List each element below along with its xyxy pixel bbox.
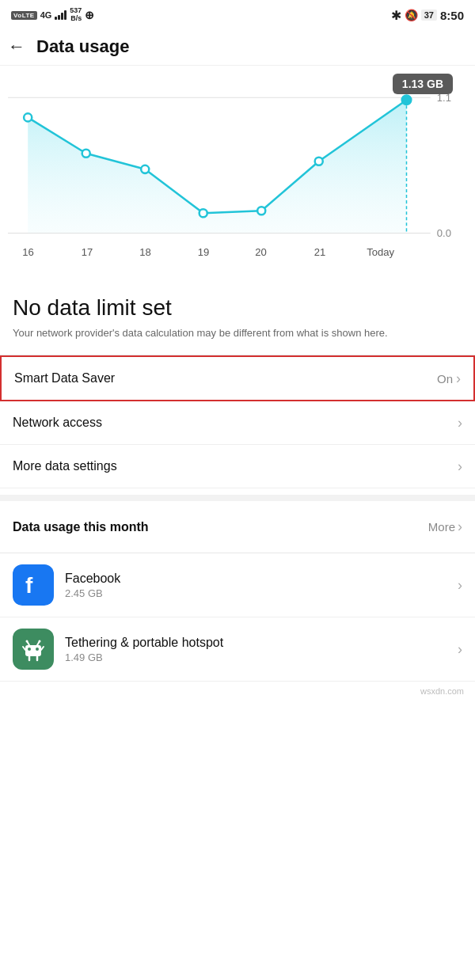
chevron-icon-na: › (458, 416, 462, 430)
svg-line-25 (41, 647, 44, 650)
svg-point-14 (141, 165, 149, 173)
svg-point-28 (26, 640, 28, 643)
smart-data-saver-right: On › (437, 371, 461, 386)
svg-line-24 (23, 647, 25, 650)
data-speed: 537 B/s (70, 7, 82, 23)
svg-text:Today: Today (367, 246, 394, 258)
mute-icon: 🔕 (405, 9, 418, 21)
chart-container: 1.13 GB 1.1 0.0 16 17 18 19 20 21 Today (0, 66, 475, 284)
page-title: Data usage (36, 36, 129, 57)
chart-svg: 1.1 0.0 16 17 18 19 20 21 Today (8, 74, 462, 284)
more-chevron-icon: › (458, 518, 462, 535)
status-bar: VoLTE 4G 537 B/s ⊕ ✱ 🔕 37 8:50 (0, 0, 475, 28)
svg-point-16 (257, 207, 265, 215)
app-list: f Facebook 2.45 GB › (0, 553, 475, 682)
signal-bars (55, 10, 66, 20)
svg-point-12 (24, 113, 32, 121)
smart-data-saver-value: On (437, 372, 453, 386)
svg-text:f: f (25, 573, 33, 598)
thick-divider (0, 495, 475, 501)
monthly-section-header: Data usage this month More › (0, 507, 475, 543)
tethering-chevron-icon: › (458, 641, 462, 658)
tethering-name: Tethering & portable hotspot (65, 636, 458, 650)
info-section: No data limit set Your network provider'… (0, 284, 475, 346)
network-access-label: Network access (13, 416, 102, 430)
tethering-info: Tethering & portable hotspot 1.49 GB (65, 636, 458, 663)
more-button[interactable]: More › (428, 518, 462, 535)
smart-data-saver-row[interactable]: Smart Data Saver On › (0, 355, 475, 401)
more-data-settings-right: › (458, 459, 462, 473)
battery-indicator: 37 (421, 9, 437, 21)
monthly-section-title: Data usage this month (13, 520, 149, 534)
status-time: 8:50 (440, 9, 464, 22)
svg-point-23 (36, 648, 39, 651)
no-limit-title: No data limit set (13, 295, 462, 321)
status-right: ✱ 🔕 37 8:50 (391, 8, 464, 23)
settings-list: Smart Data Saver On › Network access › M… (0, 355, 475, 488)
chevron-icon-mds: › (458, 459, 462, 473)
svg-point-17 (315, 158, 323, 165)
tethering-icon (13, 629, 54, 670)
svg-text:21: 21 (314, 246, 326, 258)
charge-icon: ⊕ (85, 9, 94, 21)
svg-text:0.0: 0.0 (437, 227, 451, 239)
back-button[interactable]: ← (8, 38, 25, 55)
facebook-usage: 2.45 GB (65, 587, 458, 599)
chart-tooltip: 1.13 GB (393, 74, 453, 94)
svg-text:20: 20 (255, 246, 267, 258)
volte-badge: VoLTE (11, 11, 37, 20)
more-data-settings-row[interactable]: More data settings › (0, 445, 475, 488)
top-bar: ← Data usage (0, 28, 475, 66)
status-left: VoLTE 4G 537 B/s ⊕ (11, 7, 94, 23)
svg-text:16: 16 (22, 246, 34, 258)
svg-point-29 (39, 640, 41, 643)
svg-point-22 (28, 648, 31, 651)
network-access-right: › (458, 416, 462, 430)
bluetooth-icon: ✱ (391, 8, 401, 23)
svg-point-15 (200, 209, 207, 217)
more-label: More (428, 520, 455, 534)
smart-data-saver-label: Smart Data Saver (14, 371, 115, 386)
facebook-chevron-icon: › (458, 577, 462, 594)
svg-text:19: 19 (198, 246, 210, 258)
svg-rect-21 (25, 645, 41, 656)
facebook-name: Facebook (65, 572, 458, 586)
more-data-settings-label: More data settings (13, 459, 117, 473)
facebook-icon: f (13, 564, 54, 606)
tethering-usage: 1.49 GB (65, 651, 458, 663)
chevron-icon-sds: › (456, 371, 461, 386)
svg-point-13 (82, 150, 90, 158)
network-type: 4G (40, 10, 52, 20)
svg-text:18: 18 (139, 246, 151, 258)
no-limit-subtitle: Your network provider's data calculation… (13, 325, 462, 341)
facebook-app-row[interactable]: f Facebook 2.45 GB › (0, 553, 475, 617)
svg-text:17: 17 (82, 246, 93, 258)
watermark: wsxdn.com (0, 682, 475, 699)
network-access-row[interactable]: Network access › (0, 401, 475, 445)
facebook-info: Facebook 2.45 GB (65, 572, 458, 599)
tethering-app-row[interactable]: Tethering & portable hotspot 1.49 GB › (0, 617, 475, 682)
